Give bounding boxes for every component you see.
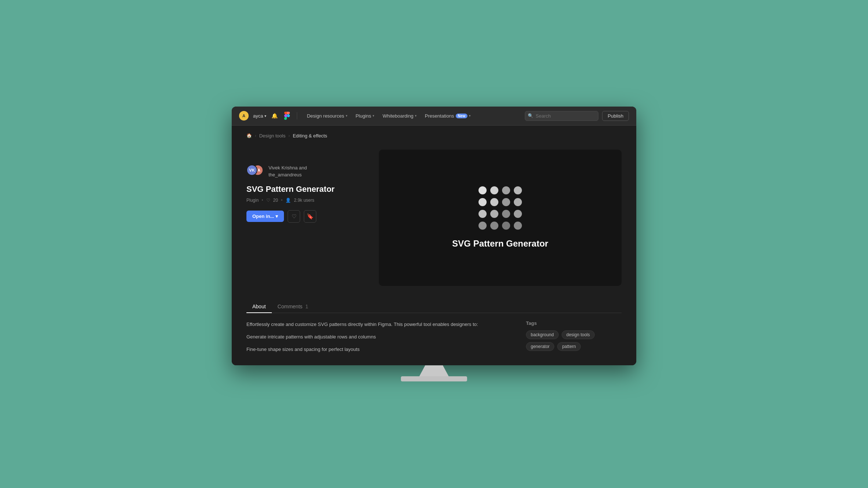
action-row: Open in... ▾ ♡ 🔖 [246, 210, 364, 223]
search-wrapper: 🔍 [525, 111, 598, 121]
nav-label: Presentations [425, 113, 454, 119]
monitor-screen: A ayca 🔔 Design resources ▾ Plug [232, 107, 636, 366]
preview-dot [502, 198, 510, 206]
nav-plugins[interactable]: Plugins ▾ [352, 111, 378, 121]
tab-comments[interactable]: Comments 1 [272, 301, 314, 313]
like-button[interactable]: ♡ [288, 210, 300, 223]
chevron-down-icon: ▾ [415, 114, 417, 118]
figma-icon [283, 112, 291, 120]
meta-dot: • [262, 198, 263, 203]
chevron-down-icon: ▾ [275, 214, 278, 219]
new-badge: New [456, 114, 468, 118]
stand-base [401, 376, 467, 381]
tag-pattern[interactable]: pattern [557, 342, 580, 351]
about-content: Effortlessly create and customize SVG pa… [246, 313, 622, 365]
plugin-likes: 20 [273, 198, 278, 203]
plugin-preview: SVG Pattern Generator [379, 150, 622, 286]
author-row: VK TA Vivek Krishna andthe_amandreus [246, 164, 364, 179]
plugin-title: SVG Pattern Generator [246, 184, 364, 194]
author-name-text: Vivek Krishna andthe_amandreus [268, 165, 307, 178]
preview-dots-grid [479, 186, 522, 230]
username-label: ayca [253, 113, 263, 119]
publish-button[interactable]: Publish [602, 111, 629, 121]
monitor-wrapper: A ayca 🔔 Design resources ▾ Plug [232, 107, 636, 382]
breadcrumb-sep: › [288, 133, 290, 138]
plugin-meta: Plugin • ♡ 20 • 👤 2.9k users [246, 198, 364, 203]
nav-design-resources[interactable]: Design resources ▾ [303, 111, 351, 121]
preview-dot [490, 222, 498, 230]
chevron-down-icon: ▾ [469, 114, 471, 118]
tag-background[interactable]: background [526, 330, 559, 339]
navbar: A ayca 🔔 Design resources ▾ Plug [232, 107, 636, 126]
monitor-stand [232, 365, 636, 381]
about-desc-3: Fine-tune shape sizes and spacing for pe… [246, 345, 511, 354]
nav-divider [297, 112, 297, 119]
plugin-users: 2.9k users [294, 198, 314, 203]
preview-dot [514, 210, 522, 218]
home-icon[interactable]: 🏠 [246, 133, 252, 138]
preview-dot [479, 198, 487, 206]
nav-links: Design resources ▾ Plugins ▾ Whiteboardi… [303, 111, 520, 121]
search-input[interactable] [525, 111, 598, 121]
preview-dot [514, 222, 522, 230]
plugin-type: Plugin [246, 198, 259, 203]
about-text: Effortlessly create and customize SVG pa… [246, 320, 511, 358]
tag-design-tools[interactable]: design tools [562, 330, 595, 339]
chevron-down-icon: ▾ [346, 114, 348, 118]
nav-right: 🔍 Publish [525, 111, 629, 121]
users-icon: 👤 [285, 198, 291, 203]
tab-comments-label: Comments [278, 304, 303, 309]
tags-grid: background design tools generator patter… [526, 330, 622, 351]
author-names: Vivek Krishna andthe_amandreus [268, 164, 307, 179]
breadcrumb-sep: › [255, 133, 256, 138]
preview-dot [502, 186, 510, 194]
plugin-layout: VK TA Vivek Krishna andthe_amandreus SVG… [246, 150, 622, 286]
preview-dot [490, 198, 498, 206]
preview-dot [479, 222, 487, 230]
open-in-button[interactable]: Open in... ▾ [246, 211, 284, 222]
nav-presentations[interactable]: Presentations New ▾ [421, 111, 474, 121]
preview-title: SVG Pattern Generator [452, 238, 548, 249]
preview-dot [502, 222, 510, 230]
nav-whiteboarding[interactable]: Whiteboarding ▾ [379, 111, 420, 121]
preview-dot [490, 210, 498, 218]
tags-label: Tags [526, 320, 622, 326]
stand-neck [419, 365, 449, 376]
about-desc-1: Effortlessly create and customize SVG pa… [246, 320, 511, 329]
tags-section: Tags background design tools generator p… [526, 320, 622, 358]
chevron-down-icon: ▾ [373, 114, 374, 118]
tab-about[interactable]: About [246, 301, 272, 313]
nav-label: Design resources [307, 113, 344, 119]
main-content: 🏠 › Design tools › Editing & effects VK … [232, 126, 636, 366]
heart-icon: ♡ [266, 198, 270, 203]
username-dropdown[interactable]: ayca [253, 113, 266, 119]
meta-dot-2: • [281, 198, 282, 203]
bell-icon[interactable]: 🔔 [271, 113, 278, 119]
breadcrumb: 🏠 › Design tools › Editing & effects [246, 133, 622, 139]
tabs-row: About Comments 1 [246, 297, 622, 313]
tab-comments-count: 1 [305, 304, 308, 309]
preview-dot [479, 210, 487, 218]
breadcrumb-design-tools[interactable]: Design tools [259, 133, 286, 139]
open-label: Open in... [252, 214, 274, 219]
preview-dot [514, 198, 522, 206]
nav-label: Whiteboarding [383, 113, 413, 119]
preview-dot [490, 186, 498, 194]
bookmark-button[interactable]: 🔖 [304, 210, 316, 223]
tag-generator[interactable]: generator [526, 342, 554, 351]
nav-label: Plugins [356, 113, 371, 119]
author-avatars: VK TA [246, 165, 265, 178]
about-desc-2: Generate intricate patterns with adjusta… [246, 333, 511, 341]
preview-dot [514, 186, 522, 194]
preview-dot [502, 210, 510, 218]
plugin-info: VK TA Vivek Krishna andthe_amandreus SVG… [246, 150, 364, 223]
preview-dot [479, 186, 487, 194]
avatar: A [239, 111, 249, 121]
breadcrumb-editing-effects: Editing & effects [293, 133, 327, 139]
